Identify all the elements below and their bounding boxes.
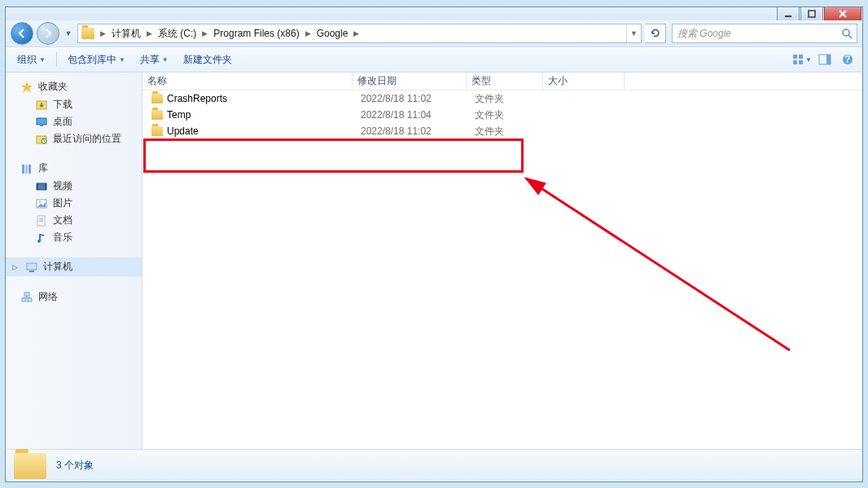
svg-rect-29 <box>28 298 32 301</box>
file-name: Update <box>167 125 199 137</box>
refresh-icon <box>650 28 661 39</box>
folder-icon <box>151 92 164 105</box>
refresh-button[interactable] <box>645 24 666 43</box>
sidebar-item-pictures[interactable]: 图片 <box>6 195 142 212</box>
new-folder-button[interactable]: 新建文件夹 <box>177 50 239 69</box>
close-icon <box>838 9 848 19</box>
nav-row: ▼ ▶ 计算机 ▶ 系统 (C:) ▶ Program Files (x86) … <box>6 20 862 46</box>
pane-icon <box>818 54 831 65</box>
svg-rect-16 <box>22 165 24 174</box>
sidebar-favorites-header[interactable]: 收藏夹 <box>6 77 142 96</box>
sidebar-item-label: 计算机 <box>43 260 72 274</box>
explorer-window: ▼ ▶ 计算机 ▶ 系统 (C:) ▶ Program Files (x86) … <box>5 7 863 482</box>
address-bar[interactable]: ▶ 计算机 ▶ 系统 (C:) ▶ Program Files (x86) ▶ … <box>77 24 642 43</box>
sidebar-item-label: 最近访问的位置 <box>53 132 121 146</box>
include-in-library-button[interactable]: 包含到库中▼ <box>61 50 132 69</box>
help-icon: ? <box>842 54 853 65</box>
library-icon <box>20 162 33 175</box>
search-box[interactable] <box>672 24 857 43</box>
help-button[interactable]: ? <box>838 51 857 68</box>
file-type: 文件夹 <box>470 125 546 138</box>
status-text: 3 个对象 <box>56 459 94 473</box>
svg-rect-21 <box>45 183 46 190</box>
column-headers: 名称 修改日期 类型 大小 <box>142 73 862 90</box>
maximize-button[interactable] <box>800 7 823 21</box>
breadcrumb[interactable]: 计算机 <box>108 24 144 42</box>
chevron-right-icon[interactable]: ▶ <box>351 29 362 37</box>
folder-icon <box>80 25 96 42</box>
view-icon <box>792 54 804 65</box>
sidebar-item-label: 库 <box>38 161 48 175</box>
column-type[interactable]: 类型 <box>467 73 543 90</box>
chevron-right-icon[interactable]: ▶ <box>303 29 313 37</box>
file-type: 文件夹 <box>470 92 546 106</box>
close-button[interactable] <box>824 7 861 21</box>
star-icon <box>20 81 33 94</box>
music-icon <box>35 231 48 244</box>
column-size[interactable]: 大小 <box>543 73 625 90</box>
address-dropdown[interactable]: ▼ <box>626 24 641 42</box>
svg-point-25 <box>37 240 41 243</box>
breadcrumb[interactable]: Google <box>313 24 352 42</box>
sidebar-item-label: 网络 <box>38 290 58 304</box>
svg-rect-12 <box>37 118 46 125</box>
sidebar-computer[interactable]: ▷ 计算机 <box>6 257 142 276</box>
status-bar: 3 个对象 <box>6 449 862 481</box>
sidebar-item-videos[interactable]: 视频 <box>6 178 142 195</box>
arrow-right-icon <box>42 28 54 39</box>
table-row[interactable]: Temp2022/8/18 11:04文件夹 <box>142 107 862 123</box>
sidebar: 收藏夹 下载 桌面 最近访问的位置 库 <box>6 73 142 449</box>
sidebar-item-downloads[interactable]: 下载 <box>6 96 142 113</box>
arrow-left-icon <box>16 28 28 39</box>
forward-button[interactable] <box>37 22 59 45</box>
history-dropdown[interactable]: ▼ <box>63 25 74 42</box>
file-name: Temp <box>167 109 191 121</box>
video-icon <box>35 180 48 193</box>
picture-icon <box>35 197 48 210</box>
sidebar-item-desktop[interactable]: 桌面 <box>6 113 142 130</box>
view-options-button[interactable]: ▼ <box>792 51 812 68</box>
breadcrumb[interactable]: 系统 (C:) <box>155 24 199 42</box>
network-icon <box>20 291 33 304</box>
sidebar-item-label: 桌面 <box>53 115 72 129</box>
chevron-right-icon[interactable]: ▶ <box>199 29 210 37</box>
sidebar-item-label: 收藏夹 <box>38 80 68 94</box>
download-icon <box>35 99 48 112</box>
svg-text:?: ? <box>844 54 850 65</box>
chevron-right-icon[interactable]: ▷ <box>12 263 20 271</box>
organize-button[interactable]: 组织▼ <box>11 50 52 69</box>
chevron-right-icon[interactable]: ▶ <box>144 29 155 37</box>
sidebar-item-recent[interactable]: 最近访问的位置 <box>6 130 142 147</box>
table-row[interactable]: Update2022/8/18 11:02文件夹 <box>142 123 862 139</box>
search-icon[interactable] <box>837 28 857 39</box>
preview-pane-button[interactable] <box>815 51 835 68</box>
sidebar-network[interactable]: 网络 <box>6 288 142 306</box>
svg-rect-18 <box>28 165 31 174</box>
file-name: CrashReports <box>167 93 227 104</box>
svg-point-23 <box>39 200 42 203</box>
svg-rect-17 <box>25 165 28 174</box>
titlebar <box>6 7 862 20</box>
minimize-icon <box>784 10 792 18</box>
column-date[interactable]: 修改日期 <box>353 73 467 90</box>
share-button[interactable]: 共享▼ <box>134 50 175 69</box>
column-name[interactable]: 名称 <box>142 73 353 90</box>
breadcrumb[interactable]: Program Files (x86) <box>210 24 302 42</box>
svg-rect-26 <box>27 263 37 270</box>
table-row[interactable]: CrashReports2022/8/18 11:02文件夹 <box>142 90 862 107</box>
desktop-icon <box>35 116 48 129</box>
svg-rect-28 <box>22 298 26 301</box>
window-controls <box>777 7 862 21</box>
svg-rect-5 <box>793 60 797 64</box>
chevron-right-icon[interactable]: ▶ <box>98 29 108 37</box>
sidebar-item-label: 下载 <box>53 98 72 112</box>
svg-rect-20 <box>37 183 38 190</box>
back-button[interactable] <box>11 22 33 45</box>
svg-rect-0 <box>785 15 791 17</box>
sidebar-item-label: 视频 <box>53 179 72 193</box>
sidebar-libraries-header[interactable]: 库 <box>6 159 142 178</box>
minimize-button[interactable] <box>777 7 800 21</box>
sidebar-item-documents[interactable]: 文档 <box>6 212 142 229</box>
sidebar-item-music[interactable]: 音乐 <box>6 229 142 246</box>
search-input[interactable] <box>673 28 837 39</box>
